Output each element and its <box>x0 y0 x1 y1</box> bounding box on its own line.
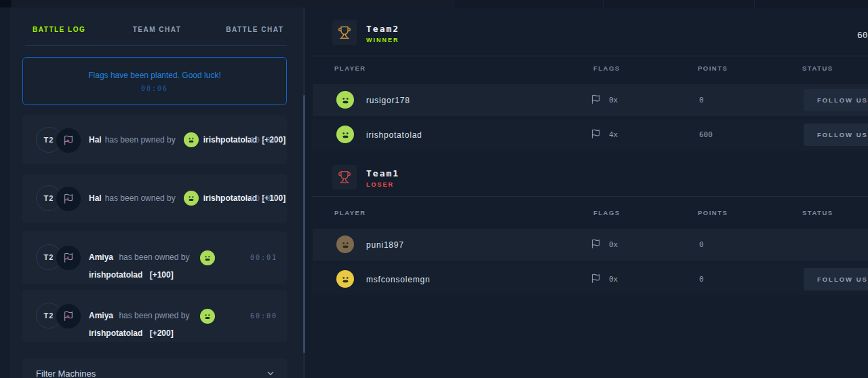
player-name: irishpotatolad <box>89 270 142 280</box>
scoreboard-panel: Team2 WINNER 600 PLAYER FLAGS POINTS STA… <box>313 7 868 378</box>
log-timestamp: 60:00 <box>250 312 277 320</box>
pwn-flag-icon <box>56 128 81 153</box>
team-score: 600 <box>857 30 868 40</box>
points-gained: [+100] <box>150 270 174 280</box>
player-avatar <box>336 126 354 143</box>
flags-count: 4x <box>609 130 618 139</box>
notice-message: Flags have been planted. Good luck! <box>88 71 220 80</box>
tab-battle-chat[interactable]: BATTLE CHAT <box>206 26 304 33</box>
tab-team-chat[interactable]: TEAM CHAT <box>108 26 205 33</box>
player-name: puni1897 <box>366 240 404 250</box>
flag-icon <box>591 129 601 139</box>
column-header-status: STATUS <box>802 64 833 72</box>
team-name: Team2 <box>366 24 399 34</box>
column-header-player: PLAYER <box>334 64 366 72</box>
trophy-icon <box>332 20 357 45</box>
player-row: rusigor178 0x 0 FOLLOW USER <box>313 84 868 116</box>
log-entry: T2 Amiya has been pwned by irishpotatola… <box>22 290 287 342</box>
log-timestamp: 00:04 <box>250 195 277 202</box>
follow-user-button[interactable]: FOLLOW USER <box>804 268 868 290</box>
pwn-flag-icon <box>56 304 81 328</box>
target-machine: Amiya <box>89 311 113 320</box>
battle-notice: Flags have been planted. Good luck! 00:0… <box>22 57 287 105</box>
player-points: 0 <box>699 275 704 284</box>
tab-battle-log[interactable]: BATTLE LOG <box>10 26 108 33</box>
event-verb: has been pwned by <box>119 311 189 320</box>
battlegrounds-screen: { "left_panel": { "tabs": [ { "label": "… <box>0 0 868 378</box>
log-timestamp: 00:01 <box>250 254 277 261</box>
player-avatar <box>184 132 199 147</box>
event-verb: has been pwned by <box>105 135 176 145</box>
team-result-badge: LOSER <box>366 181 394 188</box>
column-header-status: STATUS <box>802 209 833 216</box>
player-name: irishpotatolad <box>203 193 257 203</box>
follow-user-button[interactable]: FOLLOW USER <box>804 89 868 111</box>
player-row: msfconsolemgn 0x 0 FOLLOW USER <box>313 263 868 295</box>
target-machine: Hal <box>89 135 102 145</box>
flags-count: 0x <box>609 240 618 249</box>
flags-count: 0x <box>609 96 618 105</box>
top-bar-segment <box>755 0 868 7</box>
player-avatar <box>336 235 354 253</box>
top-bar-segment <box>454 0 604 7</box>
top-bar-segment <box>0 0 12 7</box>
own-flag-icon <box>56 246 81 270</box>
scrollbar-thumb[interactable] <box>303 95 305 353</box>
team-name: Team1 <box>366 168 399 178</box>
player-points: 0 <box>699 240 704 249</box>
target-machine: Hal <box>89 193 102 203</box>
chat-tabs: BATTLE LOG TEAM CHAT BATTLE CHAT <box>10 26 304 33</box>
log-entry-text: Amiya has been owned by irishpotatolad [… <box>89 248 277 284</box>
filter-machines-label: Filter Machines <box>36 368 96 378</box>
player-avatar <box>200 309 215 324</box>
column-header-flags: FLAGS <box>593 209 620 216</box>
section-divider <box>313 196 868 197</box>
follow-user-button[interactable]: FOLLOW USER <box>804 124 868 146</box>
column-header-points: POINTS <box>698 209 728 216</box>
player-avatar <box>184 191 199 206</box>
flag-icon <box>591 273 601 284</box>
flag-icon <box>591 239 601 249</box>
log-entry: T2 Hal has been owned by irishpotatolad … <box>22 174 287 223</box>
top-bar <box>0 0 868 7</box>
player-avatar <box>200 250 215 265</box>
team-result-badge: WINNER <box>366 37 399 43</box>
log-entry: T2 Hal has been pwned by irishpotatolad … <box>22 115 287 164</box>
player-name: irishpotatolad <box>89 328 142 338</box>
log-entry: T2 Amiya has been owned by irishpotatola… <box>22 231 287 284</box>
player-name: rusigor178 <box>366 96 410 105</box>
own-flag-icon <box>56 187 81 211</box>
player-name: irishpotatolad <box>366 130 422 140</box>
notice-timestamp: 00:06 <box>141 85 168 92</box>
log-entry-text: Hal has been owned by irishpotatolad [+1… <box>89 174 243 223</box>
target-machine: Amiya <box>89 252 113 262</box>
top-bar-segment <box>604 0 755 7</box>
column-header-flags: FLAGS <box>593 64 620 72</box>
player-row: puni1897 0x 0 <box>313 229 868 261</box>
section-divider <box>313 56 868 56</box>
player-avatar <box>336 270 354 288</box>
top-bar-segment <box>12 0 454 7</box>
log-timestamp: 00:04 <box>250 136 277 144</box>
player-name: msfconsolemgn <box>366 275 430 284</box>
points-gained: [+200] <box>150 328 174 338</box>
column-header-player: PLAYER <box>334 209 366 216</box>
player-name: irishpotatolad <box>203 135 257 145</box>
log-entry-text: Hal has been pwned by irishpotatolad [+2… <box>89 115 243 164</box>
player-points: 600 <box>699 130 713 139</box>
event-verb: has been owned by <box>105 193 176 203</box>
column-header-points: POINTS <box>698 64 728 72</box>
filter-machines-toggle[interactable]: Filter Machines <box>22 358 287 378</box>
trophy-icon <box>332 165 357 189</box>
log-entry-text: Amiya has been pwned by irishpotatolad [… <box>89 307 277 342</box>
flags-count: 0x <box>609 275 618 284</box>
battle-log-panel: BATTLE LOG TEAM CHAT BATTLE CHAT Flags h… <box>10 7 304 378</box>
player-points: 0 <box>699 96 704 105</box>
flag-icon <box>591 94 601 105</box>
tabs-divider <box>25 45 287 46</box>
chevron-down-icon <box>265 368 276 378</box>
event-verb: has been owned by <box>119 252 189 262</box>
player-row: irishpotatolad 4x 600 FOLLOW USER <box>313 119 868 151</box>
player-avatar <box>336 91 354 109</box>
